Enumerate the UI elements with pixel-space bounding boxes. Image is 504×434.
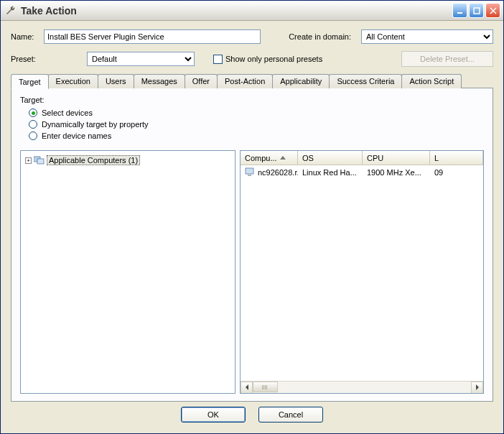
name-label: Name: bbox=[11, 32, 38, 41]
device-list: Compu... OS CPU L nc926028.r... Linux Re… bbox=[240, 150, 484, 394]
svg-rect-5 bbox=[248, 175, 251, 176]
wrench-icon bbox=[5, 5, 17, 17]
preset-label: Preset: bbox=[11, 55, 38, 63]
radio-select-devices[interactable] bbox=[29, 108, 37, 117]
sort-asc-icon bbox=[280, 156, 286, 160]
svg-rect-3 bbox=[37, 159, 44, 164]
radio-dynamic-target[interactable] bbox=[29, 120, 37, 129]
radio-label-enter-names: Enter device names bbox=[42, 131, 111, 140]
svg-rect-4 bbox=[246, 168, 253, 174]
delete-preset-button[interactable]: Delete Preset... bbox=[401, 51, 493, 67]
tab-success-criteria[interactable]: Success Criteria bbox=[329, 74, 402, 88]
svg-rect-1 bbox=[474, 8, 480, 14]
personal-presets-checkbox[interactable] bbox=[213, 55, 223, 64]
radio-enter-names[interactable] bbox=[29, 131, 37, 140]
domain-label: Create in domain: bbox=[289, 32, 351, 41]
radio-label-dynamic-target: Dynamically target by property bbox=[42, 120, 149, 129]
tree-root-label: Applicable Computers (1) bbox=[47, 155, 140, 165]
scroll-left-button[interactable] bbox=[241, 382, 253, 394]
expand-icon[interactable]: + bbox=[25, 157, 32, 164]
tab-applicability[interactable]: Applicability bbox=[272, 74, 330, 88]
tab-messages[interactable]: Messages bbox=[134, 74, 185, 88]
cancel-button[interactable]: Cancel bbox=[258, 407, 323, 423]
scroll-thumb[interactable] bbox=[253, 382, 278, 392]
tab-bar: Target Execution Users Messages Offer Po… bbox=[11, 74, 493, 88]
list-item[interactable]: nc926028.r... Linux Red Ha... 1900 MHz X… bbox=[241, 165, 483, 179]
tab-target[interactable]: Target bbox=[11, 74, 49, 89]
device-tree[interactable]: + Applicable Computers (1) bbox=[20, 150, 235, 394]
tree-root-node[interactable]: + Applicable Computers (1) bbox=[25, 155, 230, 165]
tab-users[interactable]: Users bbox=[98, 74, 134, 88]
personal-presets-label: Show only personal presets bbox=[225, 55, 322, 63]
col-cpu[interactable]: CPU bbox=[363, 151, 430, 165]
tab-offer[interactable]: Offer bbox=[185, 74, 218, 88]
column-headers: Compu... OS CPU L bbox=[241, 151, 483, 165]
preset-select[interactable]: Default bbox=[87, 52, 195, 66]
minimize-button[interactable] bbox=[452, 3, 467, 18]
svg-rect-0 bbox=[457, 12, 462, 14]
titlebar: Take Action bbox=[1, 1, 503, 21]
domain-select[interactable]: All Content bbox=[361, 29, 493, 44]
tab-action-script[interactable]: Action Script bbox=[401, 74, 462, 88]
target-panel: Target: Select devices Dynamically targe… bbox=[11, 88, 493, 402]
computer-icon bbox=[245, 167, 255, 177]
maximize-button[interactable] bbox=[469, 3, 484, 18]
target-heading: Target: bbox=[20, 96, 484, 104]
horizontal-scrollbar[interactable] bbox=[241, 381, 483, 393]
col-os[interactable]: OS bbox=[298, 151, 363, 165]
window-title: Take Action bbox=[21, 5, 452, 17]
tab-post-action[interactable]: Post-Action bbox=[217, 74, 273, 88]
radio-label-select-devices: Select devices bbox=[42, 108, 93, 117]
col-computer[interactable]: Compu... bbox=[241, 151, 298, 165]
name-input[interactable] bbox=[44, 29, 261, 44]
tab-execution[interactable]: Execution bbox=[48, 74, 98, 88]
close-button[interactable] bbox=[485, 3, 500, 18]
computers-icon bbox=[34, 155, 45, 165]
col-last[interactable]: L bbox=[430, 151, 483, 165]
scroll-right-button[interactable] bbox=[471, 382, 483, 394]
take-action-dialog: Take Action Name: Create in domain: All … bbox=[0, 0, 504, 434]
ok-button[interactable]: OK bbox=[181, 407, 246, 423]
